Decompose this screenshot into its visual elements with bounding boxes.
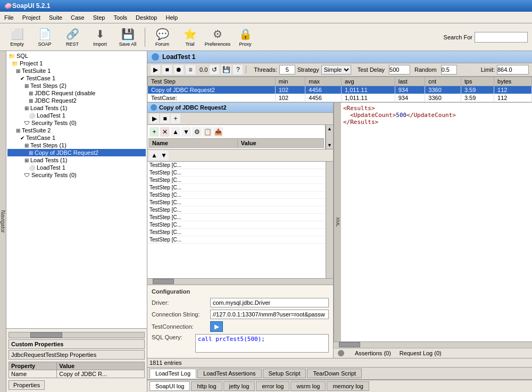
trial-icon: ⭐ — [184, 28, 197, 40]
driver-input[interactable] — [210, 298, 329, 307]
lt-help-btn[interactable]: ? — [233, 65, 243, 74]
tree-item-13[interactable]: ⊞Copy of JDBC Request2 — [7, 149, 146, 156]
threads-input[interactable] — [279, 65, 295, 74]
search-input[interactable] — [475, 32, 528, 43]
xml-content[interactable]: <Results> <UpdateCount>500</UpdateCount>… — [341, 103, 532, 341]
log-tab-1[interactable]: http log — [191, 381, 222, 391]
menu-item-desktop[interactable]: Desktop — [131, 13, 161, 22]
bottom-tab-3[interactable]: TearDown Script — [307, 369, 362, 378]
menu-item-file[interactable]: File — [0, 13, 18, 22]
test-connection-button[interactable]: ▶ — [210, 321, 223, 332]
xml-hscrollbar[interactable] — [334, 341, 532, 348]
step-item-4[interactable]: TestStep [C... — [147, 191, 326, 199]
step-item-10[interactable]: TestStep [C... — [147, 236, 326, 244]
lt-rec-btn[interactable]: ⏺ — [174, 65, 184, 74]
limit-input[interactable] — [497, 65, 529, 74]
step-item-6[interactable]: TestStep [C... — [147, 206, 326, 214]
steps-hscrollbar[interactable] — [147, 278, 333, 285]
tree-item-4[interactable]: ⊞Test Steps (2) — [7, 82, 146, 89]
nv-add[interactable]: + — [149, 127, 159, 137]
proxy-icon: 🔒 — [239, 28, 252, 40]
step-add-btn[interactable]: + — [171, 114, 180, 123]
tree-scrollbar[interactable] — [9, 332, 145, 338]
tree-item-2[interactable]: ⊞TestSuite 1 — [7, 67, 146, 74]
nav-down-btn[interactable]: ▼ — [159, 151, 169, 160]
log-tab-4[interactable]: wsrm log — [290, 381, 326, 391]
toolbar-btn-import[interactable]: ⬇Import — [87, 26, 113, 49]
tree-item-3[interactable]: ✔TestCase 1 — [7, 74, 146, 82]
strategy-select[interactable]: Simple — [321, 65, 351, 74]
nav-up-btn[interactable]: ▲ — [149, 151, 159, 160]
nv-down[interactable]: ▼ — [181, 127, 191, 137]
log-tab-5[interactable]: memory log — [327, 381, 369, 391]
toolbar-btn-preferences[interactable]: ⚙Preferences — [205, 26, 230, 49]
nv-btn2[interactable]: 📋 — [203, 127, 212, 137]
prop-value: Copy of JDBC R... — [57, 370, 145, 378]
toolbar-btn-soap[interactable]: 📄SOAP — [32, 26, 57, 49]
menu-item-tools[interactable]: Tools — [109, 13, 131, 22]
bottom-tab-2[interactable]: Setup Script — [263, 369, 306, 378]
play-icon: ▶ — [214, 323, 219, 330]
tree-item-6[interactable]: ⊞JDBC Request2 — [7, 97, 146, 104]
menu-item-case[interactable]: Case — [66, 13, 89, 22]
step-item-1[interactable]: TestStep [C... — [147, 169, 326, 177]
tree-item-16[interactable]: 🛡Security Tests (0) — [7, 171, 146, 179]
nv-up[interactable]: ▲ — [171, 127, 180, 137]
tree-item-11[interactable]: ✔TestCase 1 — [7, 134, 146, 141]
connection-input[interactable] — [210, 310, 329, 319]
navigator-tab[interactable]: Navigator — [0, 51, 6, 392]
menu-item-suite[interactable]: Suite — [45, 13, 66, 22]
step-item-8[interactable]: TestStep [C... — [147, 221, 326, 229]
tree-item-1[interactable]: 📁Project 1 — [7, 60, 146, 67]
tree-item-7[interactable]: ⊞Load Tests (1) — [7, 104, 146, 112]
toolbar-btn-forum[interactable]: 💬Forum — [149, 26, 175, 49]
bottom-tab-0[interactable]: LoadTest Log — [149, 369, 196, 378]
toolbar-btn-save-all[interactable]: 💾Save All — [115, 26, 140, 49]
menu-item-help[interactable]: Help — [161, 13, 182, 22]
nv-del[interactable]: ✕ — [160, 127, 170, 137]
step-item-0[interactable]: TestStep [C... — [147, 162, 326, 169]
toolbar-btn-rest[interactable]: 🔗REST — [60, 26, 85, 49]
sql-textarea[interactable]: call prcTest5(500); — [195, 334, 329, 353]
tree-label-1: Project 1 — [20, 60, 43, 66]
toolbar-btn-empty[interactable]: ⬜Empty — [4, 26, 30, 49]
step-item-2[interactable]: TestStep [C... — [147, 177, 326, 184]
step-stop-btn[interactable]: ■ — [160, 114, 170, 123]
step-item-9[interactable]: TestStep [C... — [147, 229, 326, 236]
log-tab-3[interactable]: error log — [256, 381, 289, 391]
tree-item-0[interactable]: 📁SQL — [7, 52, 146, 60]
lt-play-btn[interactable]: ▶ — [151, 65, 160, 74]
lt-save-btn[interactable]: 💾 — [221, 65, 231, 74]
test-delay-input[interactable] — [389, 65, 410, 74]
toolbar-btn-trial[interactable]: ⭐Trial — [177, 26, 203, 49]
menu-item-project[interactable]: Project — [18, 13, 45, 22]
tree-item-8[interactable]: ⚪LoadTest 1 — [7, 112, 146, 119]
results-row-1[interactable]: TestCase:10244561,011.1193433603.59112 — [148, 94, 532, 102]
random-input[interactable] — [441, 65, 457, 74]
nv-btn3[interactable]: 📤 — [213, 127, 223, 137]
results-row-0[interactable]: Copy of JDBC Request210244561,011.119343… — [148, 86, 532, 94]
menu-item-step[interactable]: Step — [89, 13, 110, 22]
bottom-tab-1[interactable]: LoadTest Assertions — [197, 369, 261, 378]
tree-item-10[interactable]: ⊞TestSuite 2 — [7, 127, 146, 134]
tree-item-14[interactable]: ⊞Load Tests (1) — [7, 156, 146, 164]
nv-scrollbar[interactable]: ▲ ▼ — [326, 125, 333, 149]
tree-item-9[interactable]: 🛡Security Tests (0) — [7, 119, 146, 127]
tree-item-15[interactable]: ⚪LoadTest 1 — [7, 164, 146, 171]
lt-options-btn[interactable]: ≡ — [186, 65, 195, 74]
toolbar-btn-proxy[interactable]: 🔒Proxy — [232, 26, 258, 49]
steps-vscrollbar[interactable] — [326, 162, 333, 278]
step-item-3[interactable]: TestStep [C... — [147, 184, 326, 191]
properties-button[interactable]: Properties — [9, 380, 45, 390]
step-item-7[interactable]: TestStep [C... — [147, 214, 326, 221]
tree-item-5[interactable]: ⊞JDBC Request (disable — [7, 89, 146, 97]
step-item-5[interactable]: TestStep [C... — [147, 199, 326, 206]
log-tab-2[interactable]: jetty log — [223, 381, 255, 391]
lt-stop-btn[interactable]: ■ — [162, 65, 172, 74]
tree-icon-7: ⊞ — [24, 105, 29, 111]
nv-btn1[interactable]: ⚙ — [192, 127, 202, 137]
lt-refresh-btn[interactable]: ↺ — [210, 65, 219, 74]
step-play-btn[interactable]: ▶ — [149, 114, 159, 123]
tree-item-12[interactable]: ⊞Test Steps (1) — [7, 141, 146, 149]
log-tab-0[interactable]: SoapUI log — [149, 381, 190, 391]
